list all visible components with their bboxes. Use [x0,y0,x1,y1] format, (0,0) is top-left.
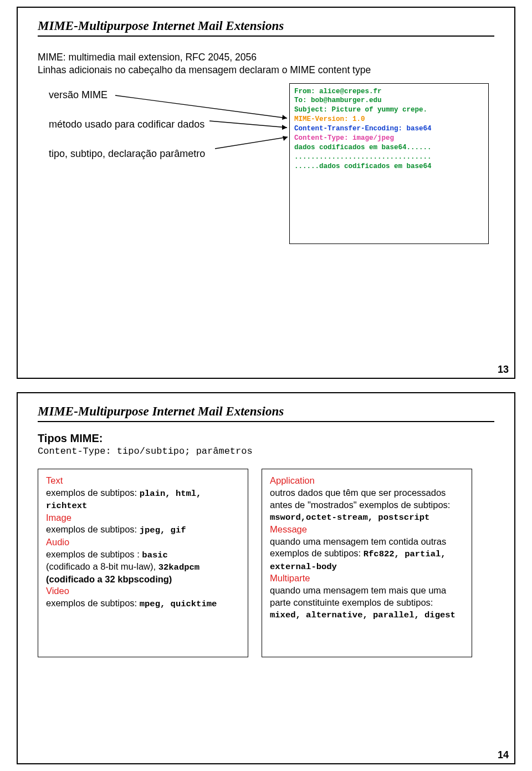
label-encoding: método usado para codificar dados [49,118,205,131]
code-data: dados codificados em base64...... [294,144,432,151]
slide-border: MIME-Multipurpose Internet Mail Extensio… [17,7,515,379]
slide-border: MIME-Multipurpose Internet Mail Extensio… [17,392,515,764]
example-label: outros dados que têm que ser processados… [270,488,450,510]
example-values: mpeg, quicktime [140,599,217,609]
example-note: (codificado a 32 kbpscoding) [46,574,172,584]
svg-marker-5 [283,136,288,141]
example-values: msword,octet-stream, postscript [270,513,429,523]
page-number: 13 [498,364,509,376]
example-label: exemplos de subtipos : [46,549,142,559]
code-version: MIME-Version: 1.0 [294,115,365,123]
svg-marker-3 [282,125,287,130]
left-labels: versão MIME método usado para codificar … [49,89,205,177]
types-left-card: Text exemplos de subtipos: plain, html, … [38,469,248,657]
code-data: ......dados codificados em base64 [294,163,432,170]
code-ctype: Content-Type: image/jpeg [294,134,394,142]
example-label: exemplos de subtipos: [46,488,140,498]
svg-line-4 [215,137,288,149]
intro-line: MIME: multimedia mail extension, RFC 204… [38,51,494,64]
example-values: 32kadpcm [158,562,200,572]
example-values: basic [142,550,168,560]
example-label: quando uma mensagem tem mais que uma par… [270,585,446,607]
slide-title: MIME-Multipurpose Internet Mail Extensio… [38,404,494,419]
code-encoding: Content-Transfer-Encoding: base64 [294,125,432,133]
intro-line: Linhas adicionais no cabeçalho da mensag… [38,64,494,77]
slide-13: MIME-Multipurpose Internet Mail Extensio… [0,0,532,385]
title-divider [38,35,494,37]
example-values: jpeg, gif [140,525,186,535]
code-from: From: alice@crepes.fr [294,88,382,95]
section-sub: Content-Type: tipo/subtipo; parâmetros [38,446,494,456]
mime-header-box: From: alice@crepes.fr To: bob@hamburger.… [289,83,489,244]
type-text: Text [46,475,63,485]
section-heading: Tipos MIME: [38,432,494,445]
type-message: Message [270,524,307,534]
slide-14: MIME-Multipurpose Internet Mail Extensio… [0,385,532,771]
label-contenttype: tipo, subtipo, declaração parâmetro [49,148,205,160]
example-label: exemplos de subtipos: [46,524,140,534]
svg-marker-1 [282,115,287,120]
type-multipart: Multiparte [270,573,310,583]
example-values: mixed, alternative, parallel, digest [270,610,456,620]
slide-title: MIME-Multipurpose Internet Mail Extensio… [38,19,494,33]
code-to: To: bob@hamburger.edu [294,97,382,104]
types-right-card: Application outros dados que têm que ser… [262,469,472,657]
content-row: versão MIME método usado para codificar … [38,89,494,255]
type-columns: Text exemplos de subtipos: plain, html, … [38,469,494,657]
type-audio: Audio [46,537,69,547]
type-image: Image [46,513,71,523]
type-application: Application [270,475,315,485]
svg-line-2 [209,121,287,128]
page-number: 14 [498,749,509,761]
type-video: Video [46,586,69,596]
code-subject: Subject: Picture of yummy crepe. [294,106,427,114]
intro-block: MIME: multimedia mail extension, RFC 204… [38,51,494,77]
example-label: exemplos de subtipos: [46,598,140,608]
code-data: ................................. [294,153,432,161]
label-version: versão MIME [49,89,205,102]
example-note: (codificado a 8-bit mu-law), [46,561,158,571]
title-divider [38,421,494,422]
